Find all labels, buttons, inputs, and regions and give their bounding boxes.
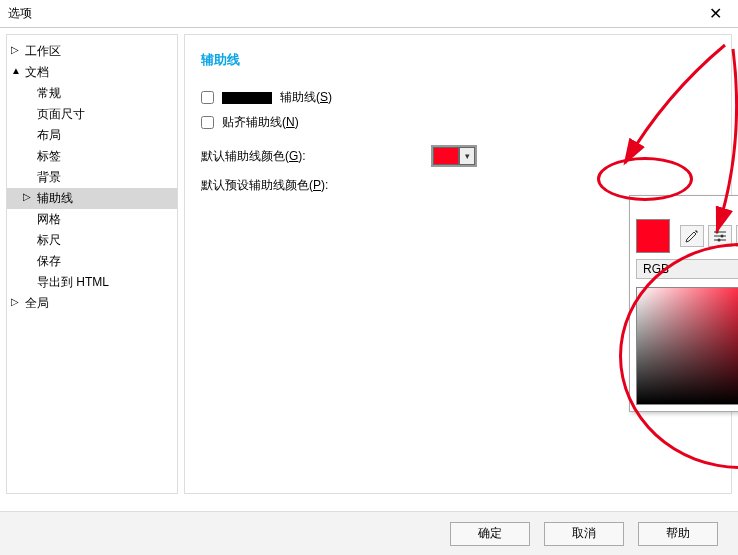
- tree-label: 标签: [37, 149, 61, 163]
- tree-grid[interactable]: 网格: [7, 209, 177, 230]
- show-guides-checkbox[interactable]: [201, 91, 214, 104]
- show-guides-label: 辅助线(S): [280, 89, 332, 106]
- sv-gradient[interactable]: [636, 287, 738, 405]
- chevron-down-icon[interactable]: [459, 147, 475, 165]
- tree-workspace[interactable]: ▷工作区: [7, 41, 177, 62]
- nav-tree: ▷工作区 ▲文档 常规 页面尺寸 布局 标签 背景 ▷辅助线 网格 标尺 保存 …: [6, 34, 178, 494]
- section-title: 辅助线: [201, 51, 715, 69]
- ok-button[interactable]: 确定: [450, 522, 530, 546]
- cancel-button[interactable]: 取消: [544, 522, 624, 546]
- tree-label: 标尺: [37, 233, 61, 247]
- mode-value: RGB: [643, 262, 669, 276]
- tree-label: 背景: [37, 170, 61, 184]
- tree-export-html[interactable]: 导出到 HTML: [7, 272, 177, 293]
- tree-save[interactable]: 保存: [7, 251, 177, 272]
- window-title: 选项: [8, 5, 32, 22]
- tree-guides[interactable]: ▷辅助线: [7, 188, 177, 209]
- svg-point-1: [721, 235, 724, 238]
- tree-ruler[interactable]: 标尺: [7, 230, 177, 251]
- tree-label: 布局: [37, 128, 61, 142]
- tree-label: 常规: [37, 86, 61, 100]
- sliders-icon[interactable]: [708, 225, 732, 247]
- snap-guides-checkbox[interactable]: [201, 116, 214, 129]
- tree-label: 页面尺寸: [37, 107, 85, 121]
- tree-labels[interactable]: 标签: [7, 146, 177, 167]
- tree-label: 全局: [25, 296, 49, 310]
- tree-document[interactable]: ▲文档: [7, 62, 177, 83]
- tree-label: 导出到 HTML: [37, 275, 109, 289]
- tree-global[interactable]: ▷全局: [7, 293, 177, 314]
- tree-pagesize[interactable]: 页面尺寸: [7, 104, 177, 125]
- dialog-footer: 确定 取消 帮助: [0, 511, 738, 555]
- tree-label: 保存: [37, 254, 61, 268]
- help-button[interactable]: 帮助: [638, 522, 718, 546]
- tree-label: 网格: [37, 212, 61, 226]
- current-color-swatch: [636, 219, 670, 253]
- tree-layout[interactable]: 布局: [7, 125, 177, 146]
- svg-point-0: [716, 231, 719, 234]
- color-picker-popup: ✕ RGB R G B: [629, 195, 738, 412]
- svg-point-2: [718, 239, 721, 242]
- default-color-label: 默认辅助线颜色(G):: [201, 148, 431, 165]
- preset-color-label: 默认预设辅助线颜色(P):: [201, 177, 431, 194]
- content-panel: 辅助线 辅助线(S) 贴齐辅助线(N) 默认辅助线颜色(G): 默认预设辅助线颜…: [184, 34, 732, 494]
- tree-background[interactable]: 背景: [7, 167, 177, 188]
- color-swatch: [433, 147, 459, 165]
- default-color-picker[interactable]: [431, 145, 477, 167]
- tree-label: 文档: [25, 65, 49, 79]
- color-mode-select[interactable]: RGB: [636, 259, 738, 279]
- snap-guides-label: 贴齐辅助线(N): [222, 114, 299, 131]
- close-icon[interactable]: ✕: [701, 4, 730, 23]
- tree-label: 辅助线: [37, 191, 73, 205]
- tree-label: 工作区: [25, 44, 61, 58]
- tree-general[interactable]: 常规: [7, 83, 177, 104]
- eyedropper-icon[interactable]: [680, 225, 704, 247]
- redacted-text: [222, 92, 272, 104]
